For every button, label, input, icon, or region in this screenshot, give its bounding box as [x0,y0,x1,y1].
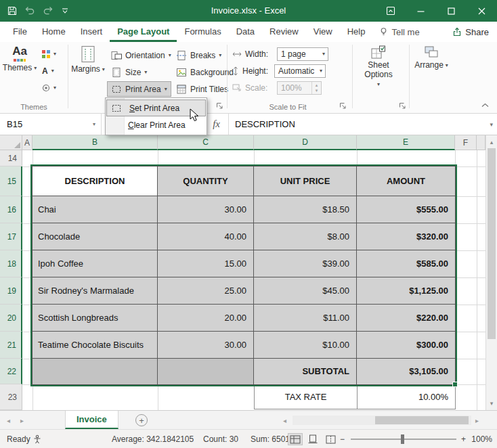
select-all-corner[interactable] [0,135,22,150]
scale-to-fit-dialog-launcher-icon[interactable] [339,102,347,110]
width-combo[interactable]: 1 page▾ [277,47,328,61]
column-header-B[interactable]: B [33,135,158,150]
save-icon[interactable] [4,3,20,19]
customize-quick-access-icon[interactable] [57,3,73,19]
size-button[interactable]: Size ▾ [107,64,151,80]
tab-formulas[interactable]: Formulas [177,22,228,42]
table-cell[interactable]: 20.00 [158,305,254,332]
table-cell[interactable]: $585.00 [357,250,455,277]
maximize-button[interactable] [436,0,467,22]
tab-home[interactable]: Home [35,22,73,42]
table-cell[interactable]: Chai [33,196,158,223]
table-cell[interactable]: $555.00 [357,196,455,223]
tell-me-box[interactable]: Tell me [372,22,426,42]
theme-fonts-button[interactable]: A ▾ [38,63,58,79]
tax-rate-label-cell[interactable]: TAX RATE [255,385,357,409]
sheet-options-button[interactable]: Sheet Options▾ [357,42,400,97]
margins-button[interactable]: Margins▾ [72,42,104,97]
ribbon-display-options-button[interactable] [375,0,406,22]
column-header-D[interactable]: D [254,135,357,150]
sheet-tab-invoice[interactable]: Invoice [65,411,118,429]
page-break-preview-button[interactable] [323,433,338,445]
sheet-scroll-left-icon[interactable]: ◂ [7,411,10,430]
menu-item-clear-print-area[interactable]: Clear Print Area [106,116,207,133]
table-cell[interactable]: Chocolade [33,223,158,250]
active-cell-B15[interactable]: DESCRIPTION [33,166,158,196]
tab-help[interactable]: Help [340,22,373,42]
tab-data[interactable]: Data [229,22,262,42]
table-cell[interactable]: $1,125.00 [357,277,455,305]
table-header-cell[interactable]: AMOUNT [357,166,455,196]
table-cell[interactable] [33,359,158,384]
tax-rate-value-cell[interactable]: 10.00% [358,385,455,409]
redo-icon[interactable] [39,3,56,19]
table-cell[interactable]: Ipoh Coffee [33,250,158,277]
table-cell[interactable]: 25.00 [158,277,254,305]
table-header-cell[interactable]: UNIT PRICE [254,166,357,196]
zoom-out-button[interactable]: − [340,430,345,448]
column-header-E[interactable]: E [357,135,455,150]
row-header-21[interactable]: 21 [0,332,22,359]
close-button[interactable] [467,0,497,22]
table-header-cell[interactable]: QUANTITY [158,166,254,196]
table-cell[interactable] [158,359,254,384]
row-header-15[interactable]: 15 [0,166,22,196]
undo-icon[interactable] [22,3,38,19]
scroll-down-icon[interactable]: ▾ [486,397,497,409]
row-header-22[interactable]: 22 [0,359,22,384]
horizontal-scrollbar[interactable] [293,416,471,425]
column-header-A[interactable]: A [22,135,33,150]
formula-bar-expand-icon[interactable]: ▾ [490,121,493,128]
subtotal-value-cell[interactable]: $3,105.00 [357,359,455,384]
hscroll-left-icon[interactable]: ◂ [283,411,286,430]
tab-insert[interactable]: Insert [73,22,110,42]
theme-effects-button[interactable]: ▾ [38,80,60,95]
tab-file[interactable]: File [5,22,35,42]
print-area-button[interactable]: Print Area ▾ [107,81,171,97]
column-header-C[interactable]: C [158,135,254,150]
row-header-18[interactable]: 18 [0,250,22,277]
name-box[interactable]: B15 ▾ [0,114,102,135]
breaks-button[interactable]: Breaks ▾ [172,47,225,63]
sheet-options-dialog-launcher-icon[interactable] [398,102,407,110]
theme-colors-button[interactable]: ▾ [38,46,60,62]
sheet-scroll-right-icon[interactable]: ▸ [20,411,24,430]
table-cell[interactable]: $300.00 [357,332,455,359]
normal-view-button[interactable] [288,433,303,445]
table-cell[interactable]: 30.00 [158,332,254,359]
formula-input[interactable]: DESCRIPTION ▾ [229,114,497,135]
vertical-scrollbar-thumb[interactable] [488,148,496,339]
zoom-level[interactable]: 100% [471,430,492,448]
arrange-button[interactable]: Arrange▾ [413,42,450,97]
accessibility-icon[interactable] [33,430,42,448]
print-titles-button[interactable]: Print Titles [172,81,232,97]
tab-view[interactable]: View [306,22,340,42]
column-header-partial[interactable] [477,135,485,150]
vertical-scrollbar[interactable]: ▴ ▾ [485,135,497,410]
row-header-20[interactable]: 20 [0,305,22,332]
table-cell[interactable]: $18.50 [254,196,357,223]
tab-review[interactable]: Review [262,22,306,42]
row-header-16[interactable]: 16 [0,196,22,223]
selection-fill-handle[interactable] [452,382,458,387]
row-header-14[interactable]: 14 [0,150,22,166]
table-cell[interactable]: 15.00 [158,250,254,277]
subtotal-label-cell[interactable]: SUBTOTAL [254,359,357,384]
new-sheet-button[interactable]: + [135,414,148,426]
table-cell[interactable]: Scottish Longbreads [33,305,158,332]
height-combo[interactable]: Automatic▾ [274,64,326,78]
table-cell[interactable]: $39.00 [254,250,357,277]
zoom-slider-handle[interactable] [401,434,404,444]
page-setup-dialog-launcher-icon[interactable] [215,102,224,110]
row-header-17[interactable]: 17 [0,223,22,250]
table-cell[interactable]: Teatime Chocolate Biscuits [33,332,158,359]
status-average[interactable]: Average: 342.1842105 [112,430,194,448]
table-cell[interactable]: Sir Rodney's Marmalade [33,277,158,305]
table-cell[interactable]: $11.00 [254,305,357,332]
page-layout-view-button[interactable] [305,433,320,445]
table-cell[interactable]: $220.00 [357,305,455,332]
status-count[interactable]: Count: 30 [203,430,238,448]
table-cell[interactable]: 40.00 [158,223,254,250]
themes-button[interactable]: Aa Themes▾ [4,42,35,97]
table-cell[interactable]: $45.00 [254,277,357,305]
